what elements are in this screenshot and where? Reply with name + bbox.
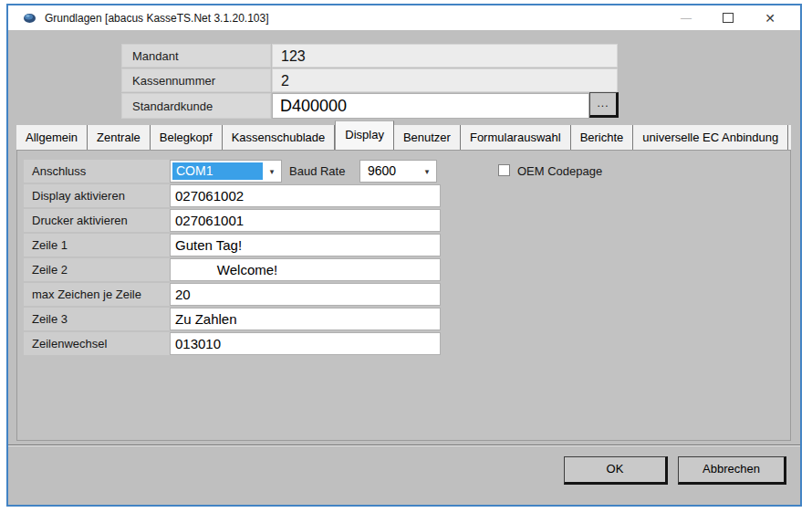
tab-kassenschublade[interactable]: Kassenschublade [223, 125, 336, 150]
window-controls: — ✕ [665, 5, 791, 30]
mandant-value: 123 [272, 44, 618, 68]
kassennummer-value: 2 [272, 68, 618, 92]
tab-berichte[interactable]: Berichte [571, 125, 634, 150]
chevron-down-icon: ▾ [263, 161, 281, 182]
close-button[interactable]: ✕ [749, 5, 791, 30]
anschluss-label: Anschluss [24, 160, 170, 183]
oem-codepage-label: OEM Codepage [517, 164, 602, 178]
baud-rate-label: Baud Rate [289, 160, 345, 183]
anschluss-dropdown[interactable]: COM1 ▾ [170, 160, 282, 183]
anschluss-selected-value: COM1 [172, 162, 263, 180]
tab-zentrale[interactable]: Zentrale [88, 125, 151, 150]
tab-universelle-ec-anbindung[interactable]: universelle EC Anbindung [633, 125, 788, 150]
footer-divider [8, 445, 800, 446]
dialog-window: Grundlagen [abacus KasseTS.Net 3.1.20.10… [6, 4, 802, 507]
window-title: Grundlagen [abacus KasseTS.Net 3.1.20.10… [45, 12, 269, 25]
minimize-button[interactable]: — [665, 5, 707, 30]
zeile-3-input[interactable] [170, 308, 441, 330]
tab-strip: Allgemein Zentrale Belegkopf Kassenschub… [16, 125, 791, 150]
display-aktivieren-input[interactable] [170, 184, 441, 207]
title-bar: Grundlagen [abacus KasseTS.Net 3.1.20.10… [8, 5, 800, 30]
close-icon: ✕ [765, 11, 776, 26]
baud-rate-selected-value: 9600 [360, 161, 418, 182]
zeilenwechsel-input[interactable] [170, 332, 441, 355]
display-aktivieren-label: Display aktivieren [24, 184, 170, 207]
maximize-icon [723, 13, 734, 23]
display-tab-panel: Anschluss COM1 ▾ Baud Rate 9600 ▾ OEM Co… [16, 150, 791, 441]
app-icon [23, 12, 36, 24]
drucker-aktivieren-input[interactable] [170, 209, 441, 232]
drucker-aktivieren-label: Drucker aktivieren [24, 209, 170, 232]
baud-rate-dropdown[interactable]: 9600 ▾ [359, 160, 437, 183]
oem-codepage-checkbox[interactable] [498, 164, 510, 176]
cancel-button[interactable]: Abbrechen [678, 456, 786, 485]
tab-formularauswahl[interactable]: Formularauswahl [461, 125, 571, 150]
tab-belegkopf[interactable]: Belegkopf [151, 125, 223, 150]
tab-allgemein[interactable]: Allgemein [16, 125, 88, 150]
tab-benutzer[interactable]: Benutzer [394, 125, 461, 150]
zeile-2-label: Zeile 2 [24, 258, 170, 281]
mandant-label: Mandant [121, 44, 271, 68]
kassennummer-label: Kassennummer [121, 68, 271, 92]
standardkunde-input[interactable] [272, 93, 589, 119]
zeile-1-input[interactable] [170, 234, 441, 256]
zeilenwechsel-label: Zeilenwechsel [24, 332, 170, 355]
zeile-1-label: Zeile 1 [24, 234, 170, 256]
standardkunde-label: Standardkunde [121, 93, 271, 119]
standardkunde-browse-button[interactable]: ... [589, 92, 619, 118]
zeile-2-input[interactable] [170, 258, 441, 281]
max-zeichen-je-zeile-input[interactable] [170, 283, 441, 306]
maximize-button[interactable] [707, 5, 749, 30]
ok-button[interactable]: OK [564, 456, 668, 485]
chevron-down-icon: ▾ [418, 161, 436, 182]
max-zeichen-je-zeile-label: max Zeichen je Zeile [24, 283, 170, 306]
tab-display[interactable]: Display [335, 120, 394, 150]
zeile-3-label: Zeile 3 [24, 308, 170, 330]
